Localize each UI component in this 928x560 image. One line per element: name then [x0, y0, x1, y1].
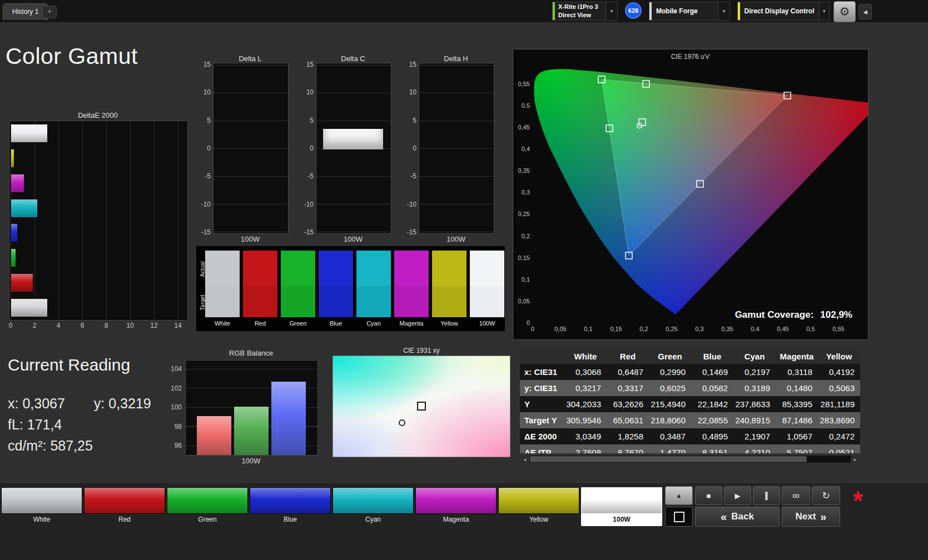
row-label: ΔE ITP	[520, 448, 564, 453]
axis-tick-label: 5	[207, 117, 211, 124]
axis-tick-label: 104	[171, 365, 182, 373]
cell-cyan: 240,8915	[733, 416, 776, 425]
delta-c-y-axis: 151050-5-10-15	[300, 61, 314, 236]
chevron-down-icon[interactable]: ▼	[606, 2, 617, 20]
cell-red: 0,3317	[607, 383, 649, 393]
cell-blue: 0,4895	[691, 432, 733, 441]
play-button[interactable]: ▶	[724, 486, 751, 505]
delta-c-chart: Delta C 151050-5-10-15 100W	[300, 54, 391, 246]
cell-cyan: 237,8633	[733, 399, 776, 409]
patch-color	[581, 487, 662, 514]
table-row: ΔE 2000 3,0349 1,8258 0,3487 0,4895 2,19…	[520, 428, 860, 444]
swatch-label: Green	[281, 320, 315, 327]
cell-cyan: 2,1907	[733, 432, 776, 441]
control-label: Direct Display Control	[740, 2, 819, 20]
add-tab-button[interactable]: +	[42, 6, 57, 18]
delta-l-grid	[214, 65, 288, 233]
swatch-column: Yellow	[432, 251, 467, 327]
delta-h-grid	[419, 65, 494, 233]
swatch-column: Blue	[319, 251, 353, 327]
cell-magenta: 85,3395	[776, 399, 818, 409]
cell-yellow: 0,2472	[818, 432, 860, 441]
pattern-window-button[interactable]	[665, 507, 693, 527]
row-label: x: CIE31	[520, 367, 564, 377]
current-reading-title: Current Reading	[8, 356, 130, 374]
pause-button[interactable]: ∥	[753, 486, 780, 505]
results-table: WhiteRedGreenBlueCyanMagentaYellow x: CI…	[520, 349, 860, 453]
cell-red: 8,7670	[607, 448, 649, 453]
patch-button[interactable]: Red	[84, 487, 165, 526]
deltae-bar	[11, 299, 47, 317]
chevron-down-icon[interactable]: ▼	[819, 2, 829, 20]
meter-dropdown[interactable]: X-Rite i1Pro 3 Direct View ▼	[552, 2, 618, 21]
reading-y: y: 0,3219	[94, 396, 151, 411]
swatch-actual	[356, 251, 391, 286]
next-button[interactable]: Next »	[782, 507, 840, 527]
cell-green: 218,8060	[649, 416, 691, 425]
meter-name: X-Rite i1Pro 3	[558, 3, 602, 11]
axis-tick-label: 0,25	[518, 211, 530, 217]
patch-label: Yellow	[498, 514, 579, 525]
pattern-square-icon	[674, 512, 684, 522]
chevron-down-icon[interactable]: ▼	[718, 2, 730, 20]
back-button[interactable]: « Back	[695, 507, 780, 527]
swatch-column: Red	[243, 251, 277, 327]
table-header-cell: Magenta	[776, 352, 818, 361]
swatch-actual	[319, 251, 353, 286]
patch-button[interactable]: Yellow	[498, 487, 579, 526]
cell-cyan: 4,2210	[733, 448, 776, 453]
stop-button[interactable]: ■	[695, 486, 722, 505]
patch-label: Cyan	[333, 514, 414, 525]
axis-tick-label: 0,35	[719, 326, 736, 332]
refresh-button[interactable]: ↻	[812, 486, 840, 505]
page-title: Color Gamut	[6, 43, 138, 69]
swatch-column: Green	[281, 251, 315, 327]
axis-tick-label: 100	[171, 403, 182, 411]
patch-button[interactable]: Magenta	[415, 487, 497, 526]
loop-button[interactable]: ∞	[782, 486, 810, 505]
swatch-column: Cyan	[356, 251, 391, 327]
patch-button[interactable]: Green	[167, 487, 248, 526]
cell-red: 0,6487	[607, 367, 649, 377]
rgb-balance-bars	[186, 361, 317, 455]
swatch-actual	[470, 251, 504, 286]
cell-red: 1,8258	[607, 432, 649, 441]
axis-tick-label: 15	[306, 61, 314, 68]
control-dropdown[interactable]: Direct Display Control ▼	[737, 2, 830, 21]
cie1931-title: CIE 1931 xy	[333, 347, 510, 354]
axis-tick-label: 0,15	[608, 326, 624, 332]
patch-label: Red	[84, 514, 165, 525]
scroll-left-button[interactable]: ◂	[520, 456, 529, 463]
axis-tick-label: 0,15	[518, 254, 530, 261]
collapse-panel-button[interactable]: ◀	[858, 4, 872, 19]
deltae-2000-title: DeltaE 2000	[9, 111, 187, 119]
axis-tick-label: -15	[407, 228, 416, 236]
tab-history-1[interactable]: History 1	[3, 3, 48, 20]
alert-asterisk-icon: *	[845, 483, 871, 509]
patch-button[interactable]: White	[1, 487, 82, 526]
source-dropdown[interactable]: Mobile Forge ▼	[649, 2, 730, 21]
axis-tick-label: 10	[306, 88, 314, 96]
table-header-cell: Cyan	[733, 352, 776, 361]
row-label: ΔE 2000	[520, 432, 564, 441]
cie1976-y-axis: 0,550,50,450,40,350,30,250,20,150,10,050	[514, 81, 530, 326]
axis-tick-label: 14	[170, 322, 186, 329]
patch-button[interactable]: 100W	[581, 487, 662, 526]
gamut-coverage-value: 102,9%	[820, 309, 852, 321]
table-header-cell: Yellow	[818, 352, 860, 361]
axis-tick-label: 0,2	[522, 233, 530, 239]
patch-button[interactable]: Blue	[250, 487, 331, 526]
scroll-right-button[interactable]: ▸	[851, 456, 860, 463]
patch-button[interactable]: Cyan	[333, 487, 414, 526]
scroll-thumb[interactable]	[530, 456, 807, 462]
axis-tick-label: 0,1	[580, 326, 597, 332]
up-button[interactable]: ▲	[665, 486, 693, 505]
stop-icon: ■	[707, 492, 711, 500]
deltae-bar	[11, 174, 24, 192]
patch-color	[167, 487, 248, 514]
axis-tick-label: 2	[27, 322, 42, 329]
cell-white: 0,3068	[564, 367, 607, 377]
settings-button[interactable]: ⚙	[833, 1, 856, 22]
delta-c-title: Delta C	[316, 54, 390, 63]
table-scrollbar[interactable]: ◂ ▸	[520, 455, 860, 463]
